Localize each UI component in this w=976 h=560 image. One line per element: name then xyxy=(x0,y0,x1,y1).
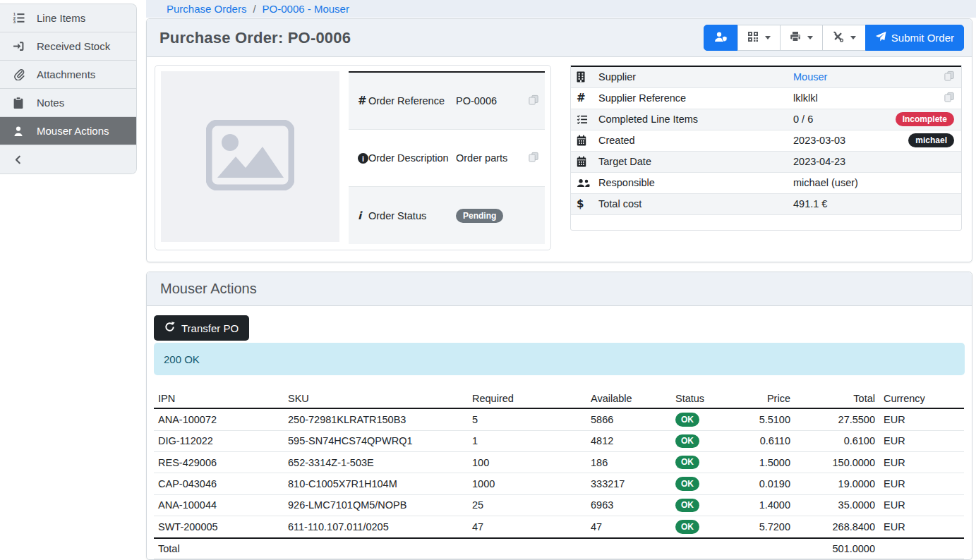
detail-value: michael (user) xyxy=(793,172,876,193)
sidebar-item-label: Attachments xyxy=(37,68,95,80)
app-window: 123 Line Items Received Stock xyxy=(0,0,976,560)
cell-sku: 926-LMC7101QM5/NOPB xyxy=(284,494,468,516)
sidebar-item-label: Mouser Actions xyxy=(37,125,109,137)
order-image-placeholder xyxy=(161,71,339,242)
mouser-actions-body: Transfer PO 200 OK IPN SKU Required xyxy=(147,306,972,559)
table-row: DIG-112022 595-SN74HCS74QPWRQ1 1 4812 OK… xyxy=(154,430,964,451)
cell-price: 0.0190 xyxy=(745,473,795,494)
sidebar-item-received-stock[interactable]: Received Stock xyxy=(0,32,136,61)
table-row: $ Total cost 491.1 € xyxy=(571,193,961,214)
main-content: Purchase Orders / PO-0006 - Mouser Purch… xyxy=(137,0,976,560)
col-header-available: Available xyxy=(586,389,671,408)
hashtag-icon: # xyxy=(577,92,586,104)
sidebar-collapse-button[interactable] xyxy=(0,145,136,174)
user-admin-button[interactable] xyxy=(704,25,738,51)
col-header-currency: Currency xyxy=(879,389,964,408)
cell-price: 1.4000 xyxy=(745,494,795,516)
copy-icon[interactable] xyxy=(529,96,538,107)
tools-icon xyxy=(832,31,844,44)
cell-sku: 250-72981KLRATR150B3 xyxy=(284,408,468,430)
cell-ipn: ANA-100072 xyxy=(154,408,284,430)
table-row: i Order Status Pending xyxy=(349,187,545,244)
detail-label: Created xyxy=(598,130,793,151)
hashtag-icon: # xyxy=(358,95,367,107)
sidebar-item-line-items[interactable]: 123 Line Items xyxy=(0,4,136,32)
cell-currency: EUR xyxy=(879,430,964,451)
sidebar-list: 123 Line Items Received Stock xyxy=(0,4,137,174)
dollar-icon: $ xyxy=(577,197,584,210)
breadcrumb-link-current-order[interactable]: PO-0006 - Mouser xyxy=(263,3,349,15)
transfer-po-button[interactable]: Transfer PO xyxy=(154,315,249,341)
sidebar-item-attachments[interactable]: Attachments xyxy=(0,61,136,89)
table-row: Target Date 2023-04-23 xyxy=(571,151,961,172)
sidebar-item-mouser-actions[interactable]: Mouser Actions xyxy=(0,117,136,145)
table-row: RES-429006 652-3314Z-1-503E 100 186 OK 1… xyxy=(154,451,964,473)
clipboard-icon xyxy=(11,97,26,109)
cell-total: 35.0000 xyxy=(795,494,879,516)
table-row: Responsible michael (user) xyxy=(571,172,961,193)
calendar-icon xyxy=(577,156,598,167)
line-items-table: IPN SKU Required Available Status Price … xyxy=(154,389,964,559)
detail-value: PO-0006 xyxy=(456,72,524,129)
paper-plane-icon xyxy=(875,31,886,44)
table-row: CAP-043046 810-C1005X7R1H104M 1000 33321… xyxy=(154,473,964,494)
order-summary-box: # Order Reference PO-0006 i Ord xyxy=(155,65,551,250)
table-row: Supplier Mouser xyxy=(571,66,961,87)
col-header-sku: SKU xyxy=(284,389,468,408)
copy-icon[interactable] xyxy=(944,72,954,83)
submit-order-button[interactable]: Submit Order xyxy=(865,25,964,51)
printer-icon xyxy=(790,31,801,44)
paperclip-icon xyxy=(11,68,26,80)
table-row: ANA-100044 926-LMC7101QM5/NOPB 25 6963 O… xyxy=(154,494,964,516)
list-check-icon xyxy=(577,114,598,125)
supplier-info-box: Supplier Mouser # Supplier Reference xyxy=(570,65,962,231)
cell-price: 0.6110 xyxy=(745,430,795,451)
supplier-info-table: Supplier Mouser # Supplier Reference xyxy=(571,66,961,230)
cell-required: 100 xyxy=(468,451,586,473)
cell-ipn: CAP-043046 xyxy=(154,473,284,494)
sidebar-item-notes[interactable]: Notes xyxy=(0,89,136,117)
purchase-order-panel: Purchase Order: PO-0006 xyxy=(146,18,972,262)
cell-available: 186 xyxy=(586,451,671,473)
cell-available: 5866 xyxy=(586,408,671,430)
table-row xyxy=(571,214,961,230)
table-row: ANA-100072 250-72981KLRATR150B3 5 5866 O… xyxy=(154,408,964,430)
detail-label: Supplier Reference xyxy=(598,87,793,109)
cell-sku: 595-SN74HCS74QPWRQ1 xyxy=(284,430,468,451)
status-ok-badge: OK xyxy=(675,477,699,490)
cell-total: 150.0000 xyxy=(795,451,879,473)
breadcrumb-link-purchase-orders[interactable]: Purchase Orders xyxy=(167,3,246,15)
qrcode-icon xyxy=(747,31,759,44)
info-icon: i xyxy=(358,209,361,222)
cell-currency: EUR xyxy=(879,473,964,494)
building-icon xyxy=(577,71,598,83)
supplier-link[interactable]: Mouser xyxy=(793,71,827,83)
sidebar-item-label: Notes xyxy=(37,97,64,109)
order-info-table: # Order Reference PO-0006 i Ord xyxy=(349,71,545,244)
cell-available: 47 xyxy=(586,516,671,538)
incomplete-badge: Incomplete xyxy=(896,112,954,126)
cell-ipn: ANA-100044 xyxy=(154,494,284,516)
cell-currency: EUR xyxy=(879,408,964,430)
cell-available: 4812 xyxy=(586,430,671,451)
cell-ipn: DIG-112022 xyxy=(154,430,284,451)
list-ol-icon: 123 xyxy=(11,12,26,24)
panel-title: Mouser Actions xyxy=(159,278,257,300)
print-actions-button[interactable] xyxy=(780,25,823,51)
cell-available: 6963 xyxy=(586,494,671,516)
order-actions-button[interactable] xyxy=(822,25,866,51)
transfer-po-label: Transfer PO xyxy=(181,322,239,334)
copy-icon[interactable] xyxy=(944,93,954,104)
barcode-actions-button[interactable] xyxy=(737,25,781,51)
breadcrumb: Purchase Orders / PO-0006 - Mouser xyxy=(146,0,976,18)
copy-icon[interactable] xyxy=(529,153,538,164)
status-ok-badge: OK xyxy=(675,456,699,469)
status-ok-badge: OK xyxy=(675,520,699,533)
submit-order-label: Submit Order xyxy=(891,32,954,44)
image-placeholder-icon xyxy=(206,120,294,193)
alert-text: 200 OK xyxy=(164,353,200,365)
sidebar-item-label: Line Items xyxy=(37,12,85,24)
col-header-required: Required xyxy=(468,389,586,408)
detail-label: Order Status xyxy=(368,187,456,244)
detail-label: Total cost xyxy=(598,193,793,214)
